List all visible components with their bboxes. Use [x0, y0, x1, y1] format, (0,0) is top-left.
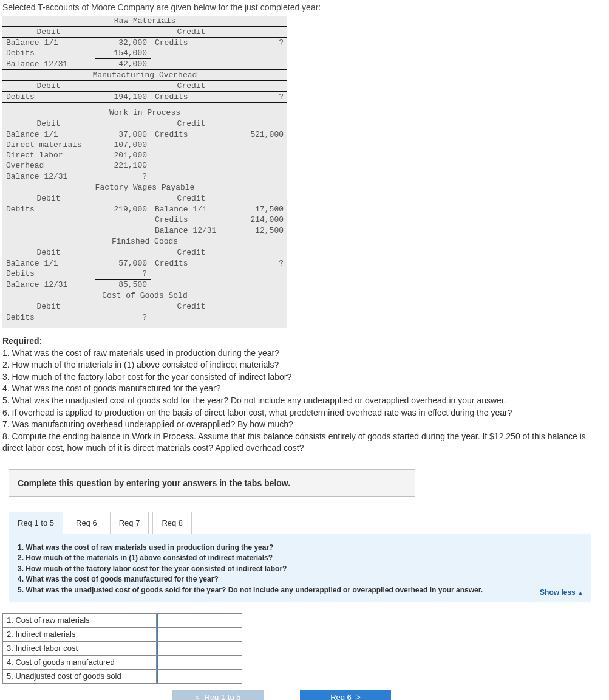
tab-panel-req1to5: 1. What was the cost of raw materials us… [9, 534, 591, 602]
required-item: 7. Was manufacturing overhead underappli… [2, 419, 607, 431]
required-label: Required: [2, 336, 42, 346]
answer-input[interactable] [157, 656, 242, 669]
required-item: 1. What was the cost of raw materials us… [2, 348, 607, 360]
required-item: 6. If overhead is applied to production … [2, 407, 607, 419]
chevron-up-icon: ▲ [577, 589, 583, 596]
complete-question-box: Complete this question by entering your … [9, 469, 415, 497]
account-title: Raw Materials [2, 16, 287, 27]
tab-req-8[interactable]: Req 8 [152, 512, 192, 534]
required-item: 2. How much of the materials in (1) abov… [2, 359, 607, 371]
answer-input[interactable] [157, 642, 242, 655]
answer-row-label: 3. Indirect labor cost [3, 641, 157, 655]
prev-tab-button[interactable]: < Req 1 to 5 [172, 690, 264, 700]
account-title: Manufacturing Overhead [2, 70, 287, 81]
tab-req-1-to-5[interactable]: Req 1 to 5 [9, 512, 63, 534]
required-section: Required: 1. What was the cost of raw ma… [2, 335, 607, 455]
answer-input-table: 1. Cost of raw materials2. Indirect mate… [2, 613, 242, 684]
required-item: 4. What was the cost of goods manufactur… [2, 383, 607, 395]
tab-req-7[interactable]: Req 7 [110, 512, 149, 534]
required-item: 3. How much of the factory labor cost fo… [2, 371, 607, 383]
answer-input[interactable] [157, 614, 242, 627]
chevron-right-icon: > [356, 693, 361, 700]
required-item: 5. What was the unadjusted cost of goods… [2, 395, 607, 407]
account-title: Factory Wages Payable [2, 182, 287, 193]
nav-buttons: < Req 1 to 5 Req 6 > [172, 690, 607, 700]
account-title: Finished Goods [2, 236, 287, 247]
account-title: Work in Process [2, 108, 287, 118]
tab-req-6[interactable]: Req 6 [67, 512, 106, 534]
answer-row-label: 5. Unadjusted cost of goods sold [3, 669, 157, 683]
required-item: 8. Compute the ending balance in Work in… [2, 431, 607, 455]
show-less-toggle[interactable]: Show less ▲ [540, 588, 583, 597]
answer-row-label: 4. Cost of goods manufactured [3, 655, 157, 669]
answer-row-label: 1. Cost of raw materials [3, 613, 157, 627]
answer-row-label: 2. Indirect materials [3, 627, 157, 641]
answer-input[interactable] [157, 628, 242, 641]
t-accounts-block: Raw MaterialsDebitCreditBalance 1/132,00… [2, 16, 287, 328]
next-tab-button[interactable]: Req 6 > [300, 690, 391, 700]
answer-input[interactable] [157, 670, 242, 683]
panel-questions: 1. What was the cost of raw materials us… [18, 543, 582, 595]
account-title: Cost of Goods Sold [2, 290, 287, 301]
chevron-left-icon: < [195, 693, 199, 700]
tabs-row: Req 1 to 5Req 6Req 7Req 8 [9, 512, 607, 534]
intro-text: Selected T-accounts of Moore Company are… [2, 2, 607, 12]
